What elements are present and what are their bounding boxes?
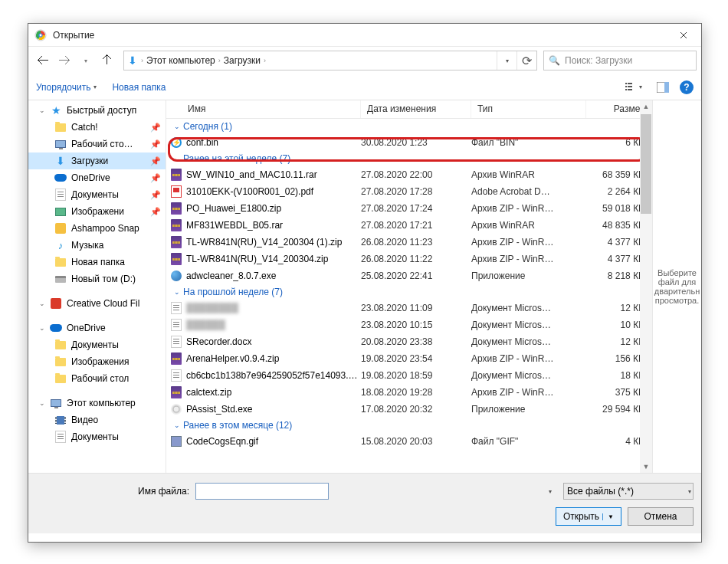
file-row[interactable]: PO_Huawei_E1800.zip27.08.2020 17:24Архив… <box>166 200 652 217</box>
preview-pane-button[interactable] <box>651 79 675 96</box>
group-header[interactable]: ⌄Ранее на этой неделе (7) <box>166 151 652 166</box>
tree-item[interactable]: ⌄Этот компьютер <box>28 395 166 412</box>
tree-item[interactable]: ⌄OneDrive <box>28 320 166 336</box>
pic-icon <box>54 205 67 218</box>
file-row[interactable]: ██████23.08.2020 10:15Документ Micros…10… <box>166 316 652 333</box>
up-button[interactable]: 🡡 <box>97 51 117 70</box>
tree-item[interactable]: ⌄Creative Cloud Fil <box>28 295 166 312</box>
file-row[interactable]: ████████23.08.2020 11:09Документ Micros…… <box>166 300 652 316</box>
tree-item[interactable]: Документы <box>28 336 166 353</box>
exe-icon <box>166 271 186 281</box>
breadcrumb-part[interactable]: Загрузки <box>221 55 264 66</box>
column-date[interactable]: Дата изменения <box>361 100 471 118</box>
breadcrumb-dropdown[interactable]: ▾ <box>497 51 516 70</box>
file-date: 17.08.2020 20:32 <box>361 404 471 415</box>
file-type: Документ Micros… <box>471 336 586 347</box>
file-row[interactable]: TL-WR841N(RU)_V14_200304 (1).zip26.08.20… <box>166 234 652 251</box>
pin-icon: 📌 <box>150 156 161 166</box>
tree-item[interactable]: Новая папка <box>28 254 166 271</box>
file-row[interactable]: MF831WEBDL_B05.rar27.08.2020 17:21Архив … <box>166 217 652 234</box>
window-title: Открытие <box>53 30 666 41</box>
pin-icon: 📌 <box>150 190 161 200</box>
file-name: ArenaHelper.v0.9.4.zip <box>186 353 361 364</box>
refresh-button[interactable]: ⟳ <box>516 51 536 70</box>
doc-icon <box>166 302 186 314</box>
rar-icon <box>166 253 186 265</box>
column-headers[interactable]: Имя Дата изменения Тип Размер <box>166 100 652 119</box>
filter-dropdown[interactable]: Все файлы (*.*) ▾ <box>563 483 694 500</box>
group-header[interactable]: ⌄На прошлой неделе (7) <box>166 284 652 300</box>
tree-item[interactable]: Документы <box>28 428 166 445</box>
file-list[interactable]: Имя Дата изменения Тип Размер ⌄Сегодня (… <box>166 100 652 473</box>
file-row[interactable]: 31010EKK-(V100R001_02).pdf27.08.2020 17:… <box>166 183 652 200</box>
file-row[interactable]: CodeCogsEqn.gif15.08.2020 20:03Файл "GIF… <box>166 433 652 450</box>
file-date: 20.08.2020 23:38 <box>361 336 471 347</box>
group-header[interactable]: ⌄Ранее в этом месяце (12) <box>166 418 652 433</box>
tree-item[interactable]: Видео <box>28 412 166 428</box>
tree-item-label: Новый том (D:) <box>71 274 136 284</box>
tree-item[interactable]: Изображения <box>28 353 166 370</box>
file-size: 59 018 КБ <box>586 203 644 214</box>
new-folder-button[interactable]: Новая папка <box>112 82 166 93</box>
titlebar: Открытие <box>28 24 701 47</box>
tree-item[interactable]: ♪Музыка <box>28 237 166 254</box>
organize-menu[interactable]: Упорядочить ▾ <box>36 82 97 93</box>
rar-icon <box>166 386 186 398</box>
tree-item[interactable]: Ashampoo Snap <box>28 220 166 237</box>
svg-rect-3 <box>625 83 627 84</box>
file-row[interactable]: cb6cbc1b138b7e964259052f57e14093.docx19.… <box>166 367 652 384</box>
scroll-up-button[interactable]: ▲ <box>640 100 652 113</box>
file-type: Adobe Acrobat D… <box>471 186 586 197</box>
snap-icon <box>54 222 67 234</box>
file-row[interactable]: ArenaHelper.v0.9.4.zip19.08.2020 23:54Ар… <box>166 350 652 367</box>
tree-item[interactable]: OneDrive📌 <box>28 169 166 186</box>
recent-locations-dropdown[interactable]: ▾ <box>76 51 96 70</box>
filename-input[interactable] <box>195 483 329 500</box>
view-options-button[interactable]: ▾ <box>621 79 646 96</box>
file-size: 156 КБ <box>586 353 644 364</box>
tree-item[interactable]: Документы📌 <box>28 186 166 203</box>
search-input[interactable]: 🔍 Поиск: Загрузки <box>543 51 697 70</box>
scroll-down-button[interactable]: ▼ <box>640 461 652 473</box>
scrollbar-thumb[interactable] <box>641 114 651 214</box>
file-name: ██████ <box>186 320 361 330</box>
tree-item[interactable]: Рабочий стол <box>28 370 166 387</box>
star-icon: ★ <box>50 104 62 116</box>
file-row[interactable]: conf.bin30.08.2020 1:23Файл "BIN"6 КБ <box>166 134 652 151</box>
breadcrumb[interactable]: ⬇ › Этот компьютер › Загрузки › ▾ ⟳ <box>123 51 537 70</box>
scrollbar[interactable]: ▲ ▼ <box>640 100 652 473</box>
file-row[interactable]: TL-WR841N(RU)_V14_200304.zip26.08.2020 1… <box>166 251 652 267</box>
tree-item[interactable]: Изображени📌 <box>28 203 166 220</box>
tree-item[interactable]: Рабочий сто…📌 <box>28 136 166 152</box>
file-row[interactable]: adwcleaner_8.0.7.exe25.08.2020 22:41Прил… <box>166 267 652 284</box>
tree-item-label: Документы <box>71 339 119 350</box>
preview-placeholder: Выберите файл для дварительн просмотра. <box>654 268 700 305</box>
cancel-button[interactable]: Отмена <box>628 507 694 526</box>
file-type: Архив WinRAR <box>471 220 586 231</box>
file-row[interactable]: SW_WIN10_and_MAC10.11.rar27.08.2020 22:0… <box>166 166 652 183</box>
help-button[interactable]: ? <box>680 80 694 94</box>
file-row[interactable]: SRecorder.docx20.08.2020 23:38Документ M… <box>166 333 652 350</box>
open-button[interactable]: Открыть▼ <box>556 507 621 526</box>
file-name: conf.bin <box>186 137 361 148</box>
breadcrumb-part[interactable]: Этот компьютер <box>143 55 218 66</box>
close-button[interactable] <box>666 24 701 47</box>
tree-item-label: Музыка <box>71 240 103 251</box>
column-name[interactable]: Имя <box>166 100 361 118</box>
file-row[interactable]: PAssist_Std.exe17.08.2020 20:32Приложени… <box>166 401 652 418</box>
svg-rect-8 <box>628 89 632 90</box>
tree-item[interactable]: Catch!📌 <box>28 119 166 136</box>
tree-item[interactable]: ⌄★Быстрый доступ <box>28 102 166 119</box>
back-button[interactable]: 🡠 <box>33 51 53 70</box>
file-type: Приложение <box>471 404 586 415</box>
file-row[interactable]: calctext.zip18.08.2020 19:28Архив ZIP - … <box>166 384 652 401</box>
column-type[interactable]: Тип <box>471 100 586 118</box>
filename-dropdown[interactable]: ▾ <box>544 484 556 499</box>
folder-icon <box>54 372 67 385</box>
group-header[interactable]: ⌄Сегодня (1) <box>166 119 652 134</box>
navigation-pane[interactable]: ⌄★Быстрый доступCatch!📌Рабочий сто…📌⬇Заг… <box>28 100 166 473</box>
tree-item[interactable]: ⬇Загрузки📌 <box>28 152 166 169</box>
tree-item[interactable]: Новый том (D:) <box>28 271 166 287</box>
forward-button[interactable]: 🡢 <box>54 51 74 70</box>
pin-icon: 📌 <box>150 123 161 133</box>
